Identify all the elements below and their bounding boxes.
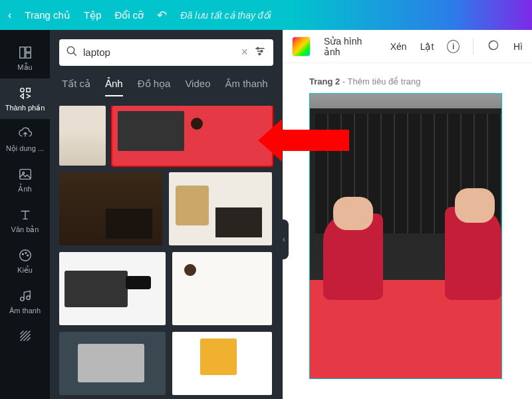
text-icon <box>17 207 33 223</box>
svg-point-11 <box>20 297 24 301</box>
sidebar-item-photos[interactable]: Ảnh <box>0 160 50 200</box>
sidebar-label: Âm thanh <box>9 307 41 315</box>
canvas-toolbar: Sửa hình ảnh Xén Lật i Hì <box>283 30 532 63</box>
search-box: × <box>59 39 273 66</box>
sidebar-item-elements[interactable]: Thành phần <box>0 78 50 119</box>
results-grid <box>59 106 273 399</box>
sidebar-label: Ảnh <box>18 185 31 194</box>
save-status: Đã lưu tất cả thay đổi <box>180 10 271 21</box>
photo-thumb[interactable] <box>59 106 106 166</box>
svg-point-16 <box>259 53 261 55</box>
tab-audio[interactable]: Âm thanh <box>225 78 267 96</box>
undo-icon[interactable]: ↶ <box>157 8 167 23</box>
tab-all[interactable]: Tất cả <box>62 78 90 96</box>
svg-point-15 <box>261 51 263 53</box>
elements-panel: × Tất cả Ảnh Đồ họa Video Âm thanh <box>50 30 283 399</box>
photo-thumb[interactable] <box>59 252 166 325</box>
flip-button[interactable]: Lật <box>420 41 434 52</box>
photo-thumb[interactable] <box>172 252 272 325</box>
search-icon <box>66 45 78 60</box>
sidebar-item-styles[interactable]: Kiểu <box>0 241 50 281</box>
svg-point-3 <box>20 88 24 92</box>
sidebar-item-uploads[interactable]: Nội dung ... <box>0 119 50 160</box>
hatch-icon <box>17 328 33 344</box>
tab-video[interactable]: Video <box>185 78 210 96</box>
filter-icon[interactable] <box>253 45 267 61</box>
filter-icon-tool[interactable] <box>487 39 500 55</box>
sidebar-item-templates[interactable]: Mẫu <box>0 38 50 78</box>
palette-icon <box>17 247 33 263</box>
sidebar-label: Kiểu <box>17 266 33 275</box>
sidebar-item-more[interactable] <box>0 321 50 350</box>
templates-icon <box>17 45 33 61</box>
sidebar-item-audio[interactable]: Âm thanh <box>0 281 50 321</box>
sidebar-label: Mẫu <box>17 63 32 72</box>
photo-thumb[interactable] <box>169 172 272 245</box>
svg-rect-2 <box>25 53 30 58</box>
page-title[interactable]: Trang 2 - Thêm tiêu đề trang <box>309 76 532 86</box>
collapse-panel-toggle[interactable]: ‹ <box>279 219 289 259</box>
tab-graphics[interactable]: Đồ họa <box>138 78 171 96</box>
svg-point-7 <box>19 250 31 261</box>
svg-point-9 <box>25 252 27 253</box>
music-icon <box>17 288 33 304</box>
svg-point-8 <box>22 253 23 255</box>
svg-point-12 <box>26 296 30 300</box>
filter-label: Hì <box>513 41 523 52</box>
svg-point-13 <box>67 47 74 54</box>
category-tabs: Tất cả Ảnh Đồ họa Video Âm thanh <box>59 78 273 96</box>
sidebar-label: Nội dung ... <box>6 144 44 153</box>
svg-point-10 <box>27 255 28 256</box>
svg-rect-0 <box>19 47 24 59</box>
home-link[interactable]: Trang chủ <box>25 9 70 21</box>
separator <box>473 39 473 55</box>
svg-rect-1 <box>25 47 30 52</box>
file-menu[interactable]: Tệp <box>84 9 102 21</box>
svg-rect-5 <box>19 170 31 180</box>
annotation-arrow <box>279 130 349 151</box>
photo-thumb[interactable] <box>59 332 166 395</box>
svg-rect-4 <box>26 88 30 92</box>
photo-thumb[interactable] <box>172 332 272 395</box>
elements-icon <box>17 85 33 101</box>
crop-button[interactable]: Xén <box>390 41 407 52</box>
svg-point-14 <box>257 47 259 49</box>
image-icon <box>17 166 33 182</box>
sidebar-label: Văn bản <box>11 225 39 234</box>
color-picker[interactable] <box>292 37 311 57</box>
photo-thumb-highlighted[interactable] <box>112 106 272 166</box>
photo-thumb[interactable] <box>59 172 162 245</box>
canvas-area: Sửa hình ảnh Xén Lật i Hì Trang 2 - Thêm… <box>283 30 532 399</box>
top-bar: ‹ Trang chủ Tệp Đổi cỡ ↶ Đã lưu tất cả t… <box>0 0 532 30</box>
clear-icon[interactable]: × <box>241 45 248 59</box>
info-icon[interactable]: i <box>447 40 460 53</box>
resize-menu[interactable]: Đổi cỡ <box>114 9 144 21</box>
search-input[interactable] <box>83 47 235 58</box>
cloud-upload-icon <box>17 126 33 142</box>
edit-image-button[interactable]: Sửa hình ảnh <box>324 36 377 57</box>
canvas-body: Trang 2 - Thêm tiêu đề trang <box>283 63 532 399</box>
tab-photos[interactable]: Ảnh <box>105 78 123 96</box>
sidebar-item-text[interactable]: Văn bản <box>0 200 50 241</box>
back-chevron-icon[interactable]: ‹ <box>8 9 11 21</box>
sidebar: Mẫu Thành phần Nội dung ... Ảnh Văn bản … <box>0 30 50 399</box>
sidebar-label: Thành phần <box>5 104 45 112</box>
